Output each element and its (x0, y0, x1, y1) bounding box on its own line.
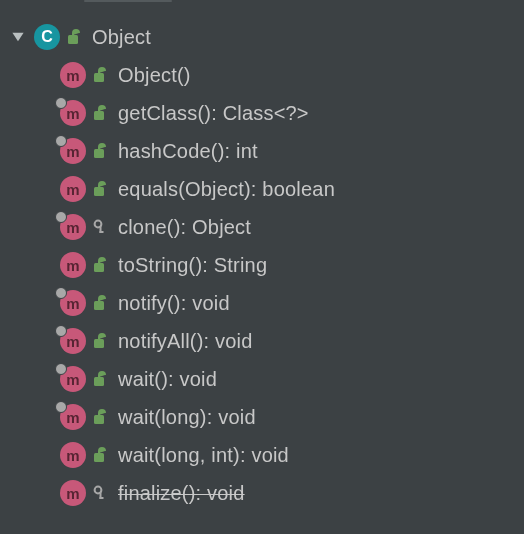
method-label: toString(): String (118, 254, 267, 277)
svg-rect-11 (94, 377, 104, 386)
method-icon-letter: m (66, 181, 79, 198)
class-label: Object (92, 26, 151, 49)
tree-node-method[interactable]: mclone(): Object (0, 208, 524, 246)
method-icon-letter: m (66, 447, 79, 464)
tree-node-method[interactable]: mnotify(): void (0, 284, 524, 322)
method-icon-letter: m (66, 105, 79, 122)
method-icon: m (60, 138, 86, 164)
method-icon-letter: m (66, 219, 79, 236)
method-label: hashCode(): int (118, 140, 258, 163)
native-marker-icon (55, 97, 67, 109)
method-icon-letter: m (66, 257, 79, 274)
public-lock-icon (92, 407, 108, 427)
public-lock-icon (92, 141, 108, 161)
public-lock-icon (92, 331, 108, 351)
method-icon: m (60, 62, 86, 88)
tree-node-method[interactable]: mequals(Object): boolean (0, 170, 524, 208)
svg-rect-1 (94, 73, 104, 82)
method-label: notifyAll(): void (118, 330, 253, 353)
method-label: notify(): void (118, 292, 230, 315)
expand-arrow-icon[interactable] (8, 27, 28, 47)
public-lock-icon (92, 179, 108, 199)
tree-node-method[interactable]: mwait(long, int): void (0, 436, 524, 474)
method-icon: m (60, 176, 86, 202)
method-icon-letter: m (66, 409, 79, 426)
method-icon-letter: m (66, 371, 79, 388)
tree-node-method[interactable]: mwait(long): void (0, 398, 524, 436)
method-icon: m (60, 366, 86, 392)
structure-tree: C Object mObject()mgetClass(): Class<?>m… (0, 8, 524, 512)
native-marker-icon (55, 287, 67, 299)
method-icon: m (60, 328, 86, 354)
protected-key-icon (92, 483, 108, 503)
class-icon-letter: C (41, 28, 53, 46)
svg-rect-12 (94, 415, 104, 424)
method-icon-letter: m (66, 333, 79, 350)
method-icon: m (60, 442, 86, 468)
method-icon-letter: m (66, 295, 79, 312)
method-icon-letter: m (66, 143, 79, 160)
tree-node-method[interactable]: mgetClass(): Class<?> (0, 94, 524, 132)
method-label: Object() (118, 64, 191, 87)
method-label: finalize(): void (118, 482, 245, 505)
svg-rect-9 (94, 301, 104, 310)
panel-top-divider (84, 0, 172, 2)
tree-node-method[interactable]: mObject() (0, 56, 524, 94)
public-lock-icon (92, 103, 108, 123)
method-icon-letter: m (66, 485, 79, 502)
tree-node-class[interactable]: C Object (0, 18, 524, 56)
public-lock-icon (92, 293, 108, 313)
svg-rect-4 (94, 187, 104, 196)
svg-rect-0 (68, 35, 78, 44)
svg-rect-16 (100, 497, 104, 499)
svg-rect-3 (94, 149, 104, 158)
public-lock-icon (92, 255, 108, 275)
method-icon: m (60, 290, 86, 316)
tree-node-method[interactable]: mnotifyAll(): void (0, 322, 524, 360)
public-lock-icon (92, 445, 108, 465)
public-lock-icon (92, 369, 108, 389)
method-label: wait(): void (118, 368, 217, 391)
svg-rect-7 (100, 231, 104, 233)
method-icon: m (60, 100, 86, 126)
tree-node-method[interactable]: mwait(): void (0, 360, 524, 398)
svg-rect-8 (94, 263, 104, 272)
class-icon: C (34, 24, 60, 50)
native-marker-icon (55, 135, 67, 147)
tree-node-method[interactable]: mtoString(): String (0, 246, 524, 284)
method-icon: m (60, 214, 86, 240)
protected-key-icon (92, 217, 108, 237)
native-marker-icon (55, 211, 67, 223)
public-lock-icon (92, 65, 108, 85)
tree-node-method[interactable]: mhashCode(): int (0, 132, 524, 170)
method-label: wait(long, int): void (118, 444, 289, 467)
native-marker-icon (55, 325, 67, 337)
method-label: wait(long): void (118, 406, 256, 429)
native-marker-icon (55, 363, 67, 375)
method-icon: m (60, 404, 86, 430)
method-label: equals(Object): boolean (118, 178, 335, 201)
method-icon: m (60, 252, 86, 278)
visibility-icon (66, 27, 82, 47)
method-icon-letter: m (66, 67, 79, 84)
svg-rect-10 (94, 339, 104, 348)
svg-rect-13 (94, 453, 104, 462)
method-icon: m (60, 480, 86, 506)
method-label: clone(): Object (118, 216, 251, 239)
method-label: getClass(): Class<?> (118, 102, 309, 125)
tree-node-method[interactable]: mfinalize(): void (0, 474, 524, 512)
svg-rect-2 (94, 111, 104, 120)
native-marker-icon (55, 401, 67, 413)
